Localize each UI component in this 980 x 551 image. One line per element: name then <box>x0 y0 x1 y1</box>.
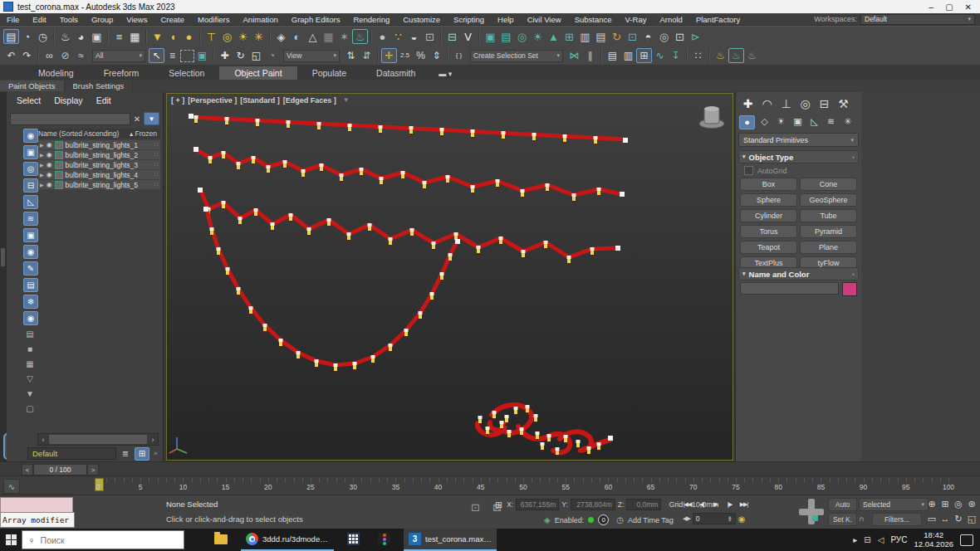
display-layers-icon[interactable]: ▣ <box>23 145 38 159</box>
layers-view-button[interactable]: ≣ <box>119 448 132 460</box>
measure-icon[interactable]: △ <box>305 29 321 44</box>
string-light-2[interactable] <box>197 150 621 195</box>
camera-add-icon[interactable]: ▤ <box>498 29 514 44</box>
filter-small-icon[interactable]: ▽ <box>23 373 37 385</box>
string-end-vertex[interactable] <box>194 147 198 152</box>
zoom-region-icon[interactable]: ▭ <box>925 512 938 526</box>
menu-item-help[interactable]: Help <box>491 15 521 24</box>
palette-icon[interactable]: ◒ <box>406 29 422 44</box>
render-setup-icon[interactable]: ∷ <box>690 48 706 63</box>
spinner-snap-icon[interactable]: ⇕ <box>429 48 444 63</box>
menu-item-civil-view[interactable]: Civil View <box>521 15 568 24</box>
utilities-tab-icon[interactable]: ⚒ <box>836 96 850 111</box>
redo-icon[interactable]: ↷ <box>19 48 35 63</box>
pan-icon[interactable]: ↔ <box>938 512 952 526</box>
render-frame-icon[interactable]: ♨ <box>713 48 728 63</box>
keyboard-override-icon[interactable]: { } <box>451 48 467 63</box>
spacewarps-category-icon[interactable]: ≋ <box>824 115 838 128</box>
explorer-row[interactable]: ▶◉bulbrite_string_lights_4∷ <box>38 170 160 179</box>
cone-light-icon[interactable]: ▼ <box>149 29 165 44</box>
maxscript-listener-pink[interactable] <box>0 497 73 513</box>
visibility-eye-icon[interactable]: ◉ <box>47 141 52 149</box>
key-mode-icon[interactable]: ◉ <box>738 514 746 524</box>
pie-sphere-icon[interactable]: ◐ <box>289 29 305 44</box>
string-end-vertex[interactable] <box>189 114 194 119</box>
tab-selection[interactable]: Selection <box>154 66 219 80</box>
monitor-box-icon[interactable]: ⊡ <box>672 29 688 44</box>
hat-object[interactable] <box>699 106 724 129</box>
menu-item-edit[interactable]: Edit <box>26 15 52 24</box>
doc-tree-icon[interactable]: ▤ <box>593 29 609 44</box>
absolute-mode-icon[interactable]: ⊞ <box>495 500 502 510</box>
clock-15-icon[interactable]: ◔ <box>19 29 35 44</box>
menu-item-views[interactable]: Views <box>120 15 154 24</box>
display-hidden-icon[interactable]: ◉ <box>23 311 38 325</box>
object-name[interactable]: bulbrite_string_lights_5 <box>66 181 138 189</box>
menu-item-rendering[interactable]: Rendering <box>346 15 396 24</box>
explorer-row[interactable]: ▶◉bulbrite_string_lights_2∷ <box>38 150 160 159</box>
expand-arrow-icon[interactable]: ▶ <box>40 172 44 178</box>
tab-modeling[interactable]: Modeling <box>23 66 89 80</box>
systems-category-icon[interactable]: ✳ <box>840 115 855 128</box>
previous-frame-icon[interactable]: ◀| <box>695 498 708 510</box>
tab-paint-objects[interactable]: Paint Objects <box>0 80 65 91</box>
maxscript-listener-white[interactable]: Array modifier <box>0 512 75 528</box>
explorer-column-header[interactable]: Name (Sorted Ascending) ▴ Frozen <box>32 129 160 139</box>
explorer-row[interactable]: ▶◉bulbrite_string_lights_3∷ <box>38 160 160 169</box>
string-end-vertex[interactable] <box>455 239 460 244</box>
snaps-toggle-icon[interactable]: ✛ <box>381 48 397 63</box>
object-name[interactable]: bulbrite_string_lights_3 <box>66 161 138 169</box>
funnel-icon[interactable]: ▼ <box>343 96 350 105</box>
menu-item-animation[interactable]: Animation <box>237 15 285 24</box>
taskbar-search-box[interactable]: ⌕ <box>22 530 184 549</box>
scale-icon[interactable]: ◱ <box>248 48 264 63</box>
visibility-eye-icon[interactable]: ◉ <box>47 161 52 168</box>
object-type-rollout[interactable]: ▾ Object Type ▪ <box>738 150 859 163</box>
pen-device-icon[interactable]: ▸ <box>853 535 857 544</box>
visibility-eye-icon[interactable]: ◉ <box>47 171 52 178</box>
object-name-field[interactable] <box>740 282 839 295</box>
z-coordinate-field[interactable]: 0,0mm <box>626 499 661 510</box>
display-objects-icon[interactable]: ■ <box>23 343 37 355</box>
menu-item-scripting[interactable]: Scripting <box>447 15 491 24</box>
menu-item-customize[interactable]: Customize <box>396 15 447 24</box>
cone-button[interactable]: Cone <box>800 178 857 191</box>
modify-tab-icon[interactable]: ◠ <box>760 96 774 111</box>
menu-item-plantfactory[interactable]: PlantFactory <box>689 15 747 24</box>
name-column-header[interactable]: Name (Sorted Ascending) <box>38 129 119 138</box>
go-to-end-icon[interactable]: ▶▶| <box>737 498 750 510</box>
explorer-menu-select[interactable]: Select <box>17 95 41 105</box>
bulb-teal-icon[interactable]: ◎ <box>514 29 530 44</box>
network-display-icon[interactable]: ⊟ <box>864 535 870 544</box>
frozen-column-header[interactable]: Frozen <box>135 129 157 138</box>
menu-item-file[interactable]: File <box>0 15 26 24</box>
menu-item-arnold[interactable]: Arnold <box>653 15 688 24</box>
scroll-right-icon[interactable]: › <box>148 436 158 444</box>
object-color-swatch[interactable] <box>842 282 857 296</box>
tab-object-paint[interactable]: Object Paint <box>219 66 296 80</box>
display-all-icon[interactable]: ◉ <box>23 129 38 143</box>
menu-item-v-ray[interactable]: V-Ray <box>619 15 654 24</box>
shapes-category-icon[interactable]: ◇ <box>757 115 772 128</box>
render-production-icon[interactable]: ♨ <box>728 48 744 63</box>
play-icon[interactable]: ▶ <box>709 498 722 510</box>
scroll-left-icon[interactable]: ‹ <box>38 436 48 444</box>
taskbar-app-figma-app[interactable] <box>373 529 395 551</box>
mirror-icon[interactable]: ⋈ <box>566 48 582 63</box>
explorer-row[interactable]: ▶◉bulbrite_string_lights_5∷ <box>38 180 160 189</box>
menu-item-substance[interactable]: Substance <box>568 15 619 24</box>
previous-frame-button[interactable]: < <box>22 464 33 475</box>
expand-arrow-icon[interactable]: ▶ <box>40 152 44 158</box>
search-input[interactable] <box>39 534 142 546</box>
curve-editor-icon[interactable]: ∿ <box>652 48 668 63</box>
select-by-name-icon[interactable]: ≡ <box>164 48 180 63</box>
menu-item-create[interactable]: Create <box>154 15 191 24</box>
zoom-extents-all-icon[interactable]: ⊛ <box>965 497 978 511</box>
plant-icon[interactable]: ✶ <box>336 29 352 44</box>
expand-arrow-icon[interactable]: ▶ <box>40 182 44 188</box>
placement-icon[interactable]: ◔ <box>264 48 280 63</box>
current-frame-spinner[interactable]: 0 ▲▼ <box>693 513 736 524</box>
spin-icon[interactable]: ↻ <box>609 29 625 44</box>
object-name[interactable]: bulbrite_string_lights_2 <box>66 151 138 159</box>
sun-teal-icon[interactable]: ☀ <box>530 29 546 44</box>
